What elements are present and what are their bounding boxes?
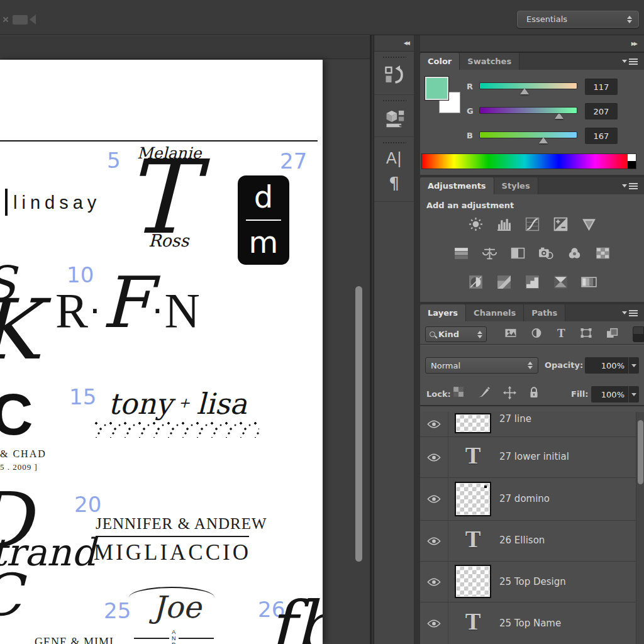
adjustments-panel-tabs: Adjustments Styles: [420, 177, 644, 194]
gradient-map-icon[interactable]: [580, 274, 597, 289]
workspace-switcher[interactable]: Essentials: [517, 11, 639, 28]
threshold-icon[interactable]: [523, 274, 541, 289]
scattered-dots-ornament: [94, 421, 259, 438]
layer-row-25-top-design[interactable]: 25 Top Design: [420, 562, 636, 602]
layer-name[interactable]: 27 line: [499, 413, 531, 425]
document-canvas[interactable]: 5 Melanie T Ross lindsay 27 d m 10 R · F…: [0, 60, 323, 644]
shape-layers-filter-icon[interactable]: [580, 328, 592, 341]
layer-thumbnail[interactable]: [455, 413, 491, 433]
document-scrollbar-thumb[interactable]: [355, 286, 362, 562]
lock-image-pixels-icon[interactable]: [478, 386, 491, 401]
lock-all-icon[interactable]: [528, 386, 540, 401]
color-spectrum-ramp[interactable]: [421, 153, 636, 169]
posterize-icon[interactable]: [495, 274, 513, 289]
3d-panel-icon[interactable]: [383, 107, 406, 131]
tab-swatches[interactable]: Swatches: [460, 53, 519, 70]
cropped-gene-mimi-text: GENE & MIMI: [35, 636, 114, 644]
vibrance-icon[interactable]: [580, 216, 597, 231]
selective-color-icon[interactable]: [552, 274, 569, 289]
design-number-25: 25: [104, 598, 131, 623]
layer-name[interactable]: 27 lower initial: [499, 451, 569, 462]
red-value-field[interactable]: 117: [585, 79, 618, 95]
character-panel-icon[interactable]: A|: [374, 149, 414, 167]
layer-thumbnail[interactable]: [455, 565, 491, 598]
adjustment-layers-filter-icon[interactable]: [531, 328, 542, 341]
layers-scrollbar[interactable]: [636, 412, 644, 644]
tab-color[interactable]: Color: [420, 53, 460, 70]
layer-name[interactable]: 26 Ellison: [499, 535, 545, 546]
rfn-dot: ·: [89, 291, 101, 331]
visibility-toggle[interactable]: [420, 478, 448, 520]
tony-text: tony: [108, 387, 172, 421]
cropped-letter-bar: [5, 189, 8, 216]
levels-icon[interactable]: [495, 216, 513, 231]
layer-thumbnail[interactable]: [455, 482, 491, 516]
channel-mixer-icon[interactable]: [566, 245, 584, 260]
invert-icon[interactable]: [467, 274, 484, 289]
brightness-contrast-icon[interactable]: [467, 216, 484, 231]
fill-field[interactable]: 100%: [591, 386, 639, 402]
filter-toggle-switch[interactable]: [633, 326, 644, 342]
layer-name[interactable]: 27 domino: [499, 493, 550, 504]
layer-name[interactable]: 25 Top Design: [499, 576, 566, 587]
blue-slider-thumb[interactable]: [539, 137, 548, 143]
expand-panels-icon[interactable]: ▶▶: [631, 41, 636, 47]
dropdown-arrow-icon[interactable]: [629, 393, 639, 396]
tab-paths[interactable]: Paths: [524, 304, 565, 321]
layers-scrollbar-thumb[interactable]: [638, 420, 643, 484]
blue-value-field[interactable]: 167: [585, 128, 618, 144]
tab-styles[interactable]: Styles: [494, 177, 538, 194]
adjustment-icons-row-2: [420, 245, 644, 260]
panel-menu-button[interactable]: [616, 53, 644, 70]
exposure-icon[interactable]: [552, 216, 569, 231]
type-layer-thumbnail[interactable]: T: [455, 526, 491, 553]
adjustments-panel: Adjustments Styles Add an adjustment: [420, 177, 644, 302]
smart-object-filter-icon[interactable]: [606, 328, 618, 341]
black-white-icon[interactable]: [509, 245, 527, 260]
lock-position-icon[interactable]: [503, 386, 516, 402]
dropdown-arrow-icon[interactable]: [629, 364, 639, 367]
visibility-toggle[interactable]: [420, 437, 448, 477]
visibility-toggle[interactable]: [420, 412, 448, 436]
type-layers-filter-icon[interactable]: T: [557, 326, 565, 340]
type-layer-thumbnail[interactable]: T: [455, 608, 491, 635]
collapse-panels-icon[interactable]: ◀◀: [404, 40, 409, 46]
layer-row-27-domino[interactable]: 27 domino: [420, 478, 636, 521]
blend-mode-dropdown[interactable]: Normal: [425, 357, 538, 374]
hue-saturation-icon[interactable]: [453, 245, 470, 260]
panel-menu-button[interactable]: [616, 177, 644, 194]
cropped-script-k: K: [0, 281, 38, 378]
visibility-toggle[interactable]: [420, 602, 448, 644]
white-black-swatch-end[interactable]: [628, 154, 636, 169]
layer-row-26-ellison[interactable]: T 26 Ellison: [420, 521, 636, 562]
blue-slider-track[interactable]: [479, 131, 577, 138]
curves-icon[interactable]: [523, 216, 541, 231]
foreground-color-swatch[interactable]: [425, 77, 448, 100]
green-value-field[interactable]: 207: [585, 103, 618, 119]
kind-filter-dropdown[interactable]: Kind: [425, 326, 487, 342]
opacity-field[interactable]: 100%: [585, 357, 639, 374]
visibility-toggle[interactable]: [420, 562, 448, 602]
history-panel-icon[interactable]: [383, 64, 406, 89]
photo-filter-icon[interactable]: [538, 245, 555, 260]
layer-row-27-lower-initial[interactable]: T 27 lower initial: [420, 437, 636, 478]
panel-menu-button[interactable]: [616, 304, 644, 321]
red-slider-thumb[interactable]: [520, 88, 529, 94]
tab-channels[interactable]: Channels: [466, 304, 524, 321]
layer-row-27-line[interactable]: 27 line: [420, 412, 636, 437]
layer-row-25-top-name[interactable]: T 25 Top Name: [420, 602, 636, 644]
tab-layers[interactable]: Layers: [420, 304, 466, 321]
tab-adjustments[interactable]: Adjustments: [420, 177, 494, 194]
lock-transparent-pixels-icon[interactable]: [453, 386, 464, 400]
pixel-layers-filter-icon[interactable]: [504, 328, 517, 341]
color-balance-icon[interactable]: [481, 245, 499, 260]
color-lookup-icon[interactable]: [594, 245, 612, 260]
green-slider-track[interactable]: [479, 107, 577, 114]
document-titlebar[interactable]: [0, 35, 370, 59]
paragraph-panel-icon[interactable]: ¶: [374, 174, 414, 193]
type-layer-thumbnail[interactable]: T: [455, 442, 491, 469]
layer-name[interactable]: 25 Top Name: [499, 618, 561, 629]
visibility-toggle[interactable]: [420, 521, 448, 561]
video-camera-icon[interactable]: [13, 15, 28, 25]
lisa-text: lisa: [196, 387, 247, 421]
